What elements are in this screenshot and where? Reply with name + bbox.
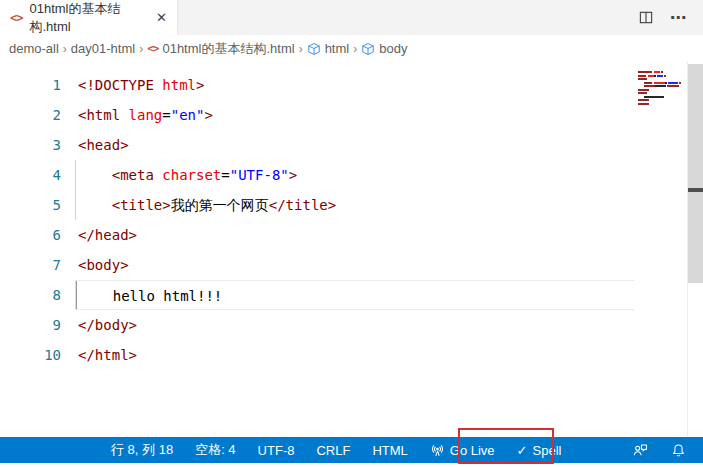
minimap-line bbox=[638, 75, 687, 77]
code-text[interactable]: <meta charset="UTF-8"> bbox=[75, 160, 634, 190]
code-line[interactable]: 7<body> bbox=[0, 250, 634, 280]
editor: 1<!DOCTYPE html>2<html lang="en">3<head>… bbox=[0, 62, 703, 437]
overview-ruler-cursor-marker bbox=[688, 188, 703, 192]
breadcrumb-symbol-html[interactable]: html bbox=[307, 41, 350, 56]
code-text[interactable]: <html lang="en"> bbox=[75, 100, 634, 130]
code-line[interactable]: 3<head> bbox=[0, 130, 634, 160]
code-text[interactable]: <!DOCTYPE html> bbox=[75, 70, 634, 100]
line-number: 8 bbox=[0, 280, 75, 310]
editor-actions: ⋯ bbox=[638, 0, 703, 35]
line-number: 5 bbox=[0, 190, 75, 220]
check-icon: ✓ bbox=[517, 443, 528, 458]
indent-guide bbox=[75, 190, 76, 220]
symbol-cube-icon bbox=[307, 42, 321, 56]
more-actions-icon[interactable]: ⋯ bbox=[670, 8, 687, 27]
minimap-line bbox=[638, 71, 687, 73]
status-bar-right bbox=[621, 437, 703, 463]
symbol-cube-icon bbox=[361, 42, 375, 56]
code-line[interactable]: 4 <meta charset="UTF-8"> bbox=[0, 160, 634, 190]
chevron-right-icon: › bbox=[139, 42, 143, 56]
html-file-icon: <> bbox=[147, 42, 158, 55]
breadcrumb: demo-all › day01-html › <> 01html的基本结构.h… bbox=[0, 35, 703, 62]
minimap-line bbox=[638, 99, 687, 101]
close-tab-icon[interactable]: ✕ bbox=[156, 10, 167, 25]
line-number: 10 bbox=[0, 340, 75, 370]
code-line[interactable]: 10</html> bbox=[0, 340, 634, 370]
chevron-right-icon: › bbox=[63, 42, 67, 56]
broadcast-icon bbox=[430, 443, 445, 458]
chevron-right-icon: › bbox=[353, 42, 357, 56]
code-text[interactable]: <title>我的第一个网页</title> bbox=[75, 190, 634, 220]
breadcrumb-folder[interactable]: demo-all bbox=[9, 41, 59, 56]
minimap-line bbox=[638, 89, 687, 91]
code-line-current[interactable]: 8 hello html!!! bbox=[0, 280, 634, 310]
split-editor-icon[interactable] bbox=[638, 10, 654, 25]
minimap-line bbox=[638, 82, 687, 84]
line-number: 6 bbox=[0, 220, 75, 250]
code-text[interactable]: <body> bbox=[75, 250, 634, 280]
breadcrumb-file[interactable]: <> 01html的基本结构.html bbox=[147, 40, 294, 58]
code-line[interactable]: 5 <title>我的第一个网页</title> bbox=[0, 190, 634, 220]
feedback-icon[interactable] bbox=[621, 437, 660, 463]
line-number: 9 bbox=[0, 310, 75, 340]
scrollbar-slider[interactable] bbox=[688, 64, 703, 283]
cursor-position-status[interactable]: 行 8, 列 18 bbox=[100, 437, 184, 463]
tab-bar: <> 01html的基本结构.html ✕ ⋯ bbox=[0, 0, 703, 35]
code-line[interactable]: 2<html lang="en"> bbox=[0, 100, 634, 130]
code-text[interactable]: </head> bbox=[75, 220, 634, 250]
encoding-status[interactable]: UTF-8 bbox=[247, 437, 306, 463]
editor-lines[interactable]: 1<!DOCTYPE html>2<html lang="en">3<head>… bbox=[0, 62, 634, 437]
breadcrumb-symbol-body[interactable]: body bbox=[361, 41, 407, 56]
vertical-scrollbar[interactable] bbox=[687, 62, 703, 437]
tab-01html[interactable]: <> 01html的基本结构.html ✕ bbox=[0, 0, 178, 35]
go-live-button[interactable]: Go Live bbox=[419, 437, 506, 463]
indent-guide bbox=[76, 281, 77, 309]
language-mode-status[interactable]: HTML bbox=[361, 437, 418, 463]
code-line[interactable]: 6</head> bbox=[0, 220, 634, 250]
line-number: 4 bbox=[0, 160, 75, 190]
vscode-window: { "tab": { "title": "01html的基本结构.html", … bbox=[0, 0, 703, 467]
spell-checker-status[interactable]: ✓ Spell bbox=[506, 437, 573, 463]
minimap-line bbox=[638, 103, 687, 105]
code-text[interactable]: </body> bbox=[75, 310, 634, 340]
code-text[interactable]: <head> bbox=[75, 130, 634, 160]
minimap-line bbox=[638, 96, 687, 98]
minimap-line bbox=[638, 92, 687, 94]
line-number: 3 bbox=[0, 130, 75, 160]
chevron-right-icon: › bbox=[299, 42, 303, 56]
indentation-status[interactable]: 空格: 4 bbox=[184, 437, 246, 463]
code-text[interactable]: </html> bbox=[75, 340, 634, 370]
line-number: 7 bbox=[0, 250, 75, 280]
html-file-icon: <> bbox=[10, 11, 22, 25]
tab-title: 01html的基本结构.html bbox=[29, 0, 149, 36]
notifications-bell-icon[interactable] bbox=[660, 437, 697, 463]
code-text[interactable]: hello html!!! bbox=[75, 280, 634, 310]
status-bar: 行 8, 列 18 空格: 4 UTF-8 CRLF HTML Go Live … bbox=[0, 437, 703, 463]
line-number: 2 bbox=[0, 100, 75, 130]
eol-status[interactable]: CRLF bbox=[305, 437, 361, 463]
code-line[interactable]: 9</body> bbox=[0, 310, 634, 340]
code-line[interactable]: 1<!DOCTYPE html> bbox=[0, 70, 634, 100]
minimap-line bbox=[638, 78, 687, 80]
minimap-line bbox=[638, 85, 687, 87]
minimap[interactable] bbox=[634, 62, 687, 437]
breadcrumb-folder[interactable]: day01-html bbox=[71, 41, 135, 56]
indent-guide bbox=[75, 160, 76, 190]
line-number: 1 bbox=[0, 70, 75, 100]
